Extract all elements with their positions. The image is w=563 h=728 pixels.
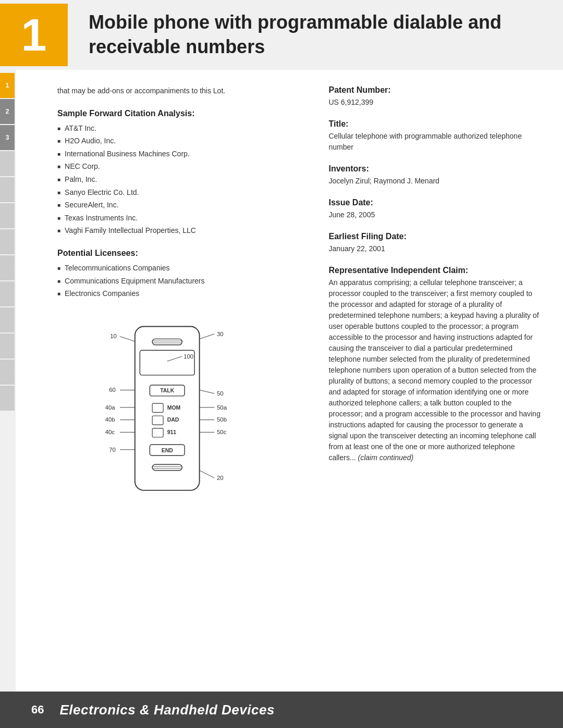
right-column: Patent Number: US 6,912,399 Title: Cellu…: [323, 85, 542, 520]
svg-text:40b: 40b: [105, 416, 115, 423]
chapter-number: 1: [21, 12, 47, 58]
list-item: SecureAlert, Inc.: [57, 200, 292, 211]
forward-citation-heading: Sample Forward Citation Analysis:: [57, 109, 292, 118]
main-content: that may be add-ons or accompaniments to…: [31, 70, 563, 536]
list-item: Sanyo Electric Co. Ltd.: [57, 188, 292, 198]
list-item: NEC Corp.: [57, 162, 292, 172]
inventors-item: Inventors: Jocelyn Zirul; Raymond J. Men…: [328, 164, 542, 187]
svg-text:10: 10: [110, 333, 117, 339]
list-item: Texas Instruments Inc.: [57, 213, 292, 224]
list-item: Vaghi Family Intellectual Properties, LL…: [57, 226, 292, 236]
patent-number-value: US 6,912,399: [328, 97, 542, 108]
svg-text:20: 20: [217, 475, 224, 481]
svg-line-18: [200, 334, 215, 339]
svg-text:40c: 40c: [105, 429, 115, 435]
patent-title-value: Cellular telephone with programmable aut…: [328, 131, 542, 153]
side-tab-group: 1 2 3: [0, 73, 15, 412]
list-item: Communications Equipment Manufacturers: [57, 276, 292, 287]
issue-date-value: June 28, 2005: [328, 209, 542, 220]
patent-number-label: Patent Number:: [328, 85, 542, 95]
side-tab-3[interactable]: 3: [0, 125, 15, 150]
svg-text:MOM: MOM: [167, 404, 181, 410]
list-item: Palm, Inc.: [57, 175, 292, 185]
patent-number-item: Patent Number: US 6,912,399: [328, 85, 542, 108]
patent-title-label: Title:: [328, 119, 542, 129]
svg-text:TALK: TALK: [160, 388, 175, 393]
licensees-heading: Potential Licensees:: [57, 249, 292, 258]
svg-text:50: 50: [217, 390, 224, 397]
list-item: Telecommunications Companies: [57, 263, 292, 274]
svg-text:100: 100: [183, 353, 193, 359]
list-item: Electronics Companies: [57, 289, 292, 299]
side-tab-6[interactable]: [0, 203, 15, 228]
earliest-filing-value: January 22, 2001: [328, 243, 542, 254]
earliest-filing-item: Earliest Filing Date: January 22, 2001: [328, 232, 542, 254]
forward-citation-list: AT&T Inc. H2O Audio, Inc. International …: [57, 124, 292, 236]
side-tab-11[interactable]: [0, 334, 15, 359]
list-item: International Business Machines Corp.: [57, 149, 292, 159]
svg-text:END: END: [162, 447, 174, 453]
inventors-value: Jocelyn Zirul; Raymond J. Menard: [328, 176, 542, 187]
svg-text:911: 911: [167, 429, 177, 435]
footer-title: Electronics & Handheld Devices: [59, 702, 274, 718]
claim-item: Representative Independent Claim: An app…: [328, 266, 542, 463]
side-tab-5[interactable]: [0, 177, 15, 202]
side-tab-8[interactable]: [0, 255, 15, 280]
chapter-number-box: 1: [0, 4, 68, 66]
svg-text:50b: 50b: [217, 416, 227, 423]
side-tab-2[interactable]: 2: [0, 99, 15, 124]
svg-line-26: [200, 390, 215, 393]
svg-text:70: 70: [109, 446, 116, 452]
side-tab-1[interactable]: 1: [0, 73, 15, 98]
svg-text:60: 60: [109, 387, 116, 393]
intro-text: that may be add-ons or accompaniments to…: [57, 85, 292, 96]
side-tab-13[interactable]: [0, 386, 15, 411]
list-item: AT&T Inc.: [57, 124, 292, 134]
side-tab-7[interactable]: [0, 229, 15, 254]
forward-citation-section: Sample Forward Citation Analysis: AT&T I…: [57, 109, 292, 236]
content-wrapper: that may be add-ons or accompaniments to…: [16, 70, 563, 699]
svg-text:30: 30: [217, 330, 224, 337]
claim-value: An apparatus comprising; a cellular tele…: [328, 277, 542, 463]
svg-text:50a: 50a: [217, 404, 227, 410]
side-tab-4[interactable]: [0, 151, 15, 176]
page-footer: 66 Electronics & Handheld Devices: [0, 692, 563, 728]
list-item: H2O Audio, Inc.: [57, 136, 292, 146]
licensees-list: Telecommunications Companies Communicati…: [57, 263, 292, 299]
page-header: 1 Mobile phone with programmable dialabl…: [0, 0, 563, 70]
phone-diagram: TALK MOM DAD 911 END: [57, 312, 292, 520]
phone-diagram-svg: TALK MOM DAD 911 END: [91, 312, 258, 520]
side-tab-12[interactable]: [0, 360, 15, 385]
licensees-section: Potential Licensees: Telecommunications …: [57, 249, 292, 299]
inventors-label: Inventors:: [328, 164, 542, 174]
issue-date-label: Issue Date:: [328, 198, 542, 207]
left-column: that may be add-ons or accompaniments to…: [57, 85, 302, 520]
svg-text:40a: 40a: [105, 404, 116, 410]
issue-date-item: Issue Date: June 28, 2005: [328, 198, 542, 220]
earliest-filing-label: Earliest Filing Date:: [328, 232, 542, 241]
patent-title-item: Title: Cellular telephone with programma…: [328, 119, 542, 153]
svg-text:DAD: DAD: [167, 417, 179, 423]
svg-line-22: [120, 336, 135, 341]
page-title: Mobile phone with programmable dialable …: [68, 0, 563, 70]
side-tab-10[interactable]: [0, 307, 15, 332]
svg-text:50c: 50c: [217, 429, 227, 435]
footer-page-number: 66: [31, 703, 44, 717]
svg-line-42: [200, 470, 215, 477]
claim-label: Representative Independent Claim:: [328, 266, 542, 275]
side-tab-9[interactable]: [0, 281, 15, 306]
